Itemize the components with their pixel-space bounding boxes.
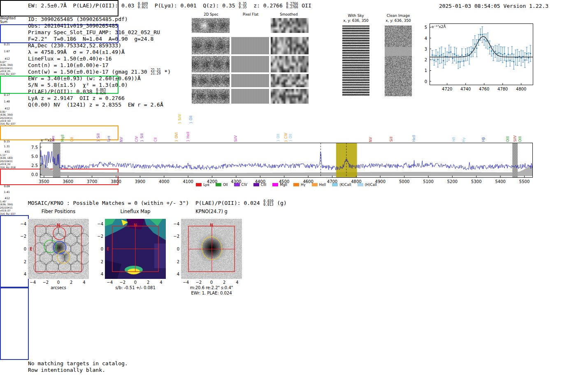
zoom-y-tick-label: 4	[420, 36, 427, 40]
spectrum-y-tick-label: 5.0	[29, 154, 38, 158]
sky-panel-subtitle: x, y: 636, 350	[343, 19, 369, 23]
cutout-x-tick-label: −4	[30, 280, 36, 285]
cutout-y-tick-label: 2	[94, 259, 103, 264]
zoom-y-tick-label: 3	[420, 46, 427, 51]
emission-line-label: } CIV	[284, 133, 288, 142]
spec2d-left-labels: 0.091.41412	[0, 185, 10, 200]
spec2d-left-label: 0.17	[4, 94, 10, 97]
legend-swatch	[196, 183, 202, 186]
zoom-x-tick-label: 4720	[442, 87, 452, 91]
stacked-fraction: 0.27660.2766	[286, 2, 298, 9]
zoom-units-annotation: e⁻¹⁷x2Å	[432, 25, 446, 29]
spectrum-legend: LyαOIICIVCIIIMgIIHγHeII(K)CaII(H)CaII	[40, 183, 533, 187]
text-segment: Obs: 20210411v019_3090265485	[28, 23, 118, 29]
legend-swatch	[234, 183, 240, 186]
cutout-y-tick-label: −2	[94, 234, 103, 239]
emission-line-label: NV	[369, 137, 373, 142]
legend-item: OII	[216, 183, 228, 187]
cutout-x-tick-label: 0	[210, 280, 213, 285]
info-line: Primary Spec_Slot_IFU_AMP: 316_022_052_R…	[28, 29, 160, 36]
emission-line-label: MgII	[60, 135, 65, 142]
text-segment: EWr = 3.40(±0.93) (w: 2.60(±0.69))Å	[28, 75, 141, 81]
spec2d-right-label: v019_07	[0, 209, 576, 212]
sky-panel-title: Clean Image	[387, 14, 410, 18]
cutout-x-tick-label: −2	[119, 280, 125, 285]
cutout-x-tick-label: 4	[83, 280, 85, 285]
spec2d-right-label: 20210411	[0, 116, 576, 119]
elixer-detection-report: EW: 2.5±0.7Å P(LAE)/P(OII): 0.03 0.0490.…	[0, 0, 576, 392]
header-summary-line: EW: 2.5±0.7Å P(LAE)/P(OII): 0.03 0.0490.…	[28, 2, 311, 9]
spec2d-cell-pixelflat	[231, 74, 269, 87]
text-segment: EW: 2.5±0.7Å P(LAE)/P(OII): 0.03	[28, 2, 137, 9]
text-segment: z: 0.2766	[247, 2, 286, 9]
spec2d-right-label: 316_RU_037	[0, 122, 576, 125]
zoom-x-tick-label: 4740	[460, 87, 471, 91]
legend-label: CIV	[242, 183, 247, 187]
cutout-y-tick-label: 0	[17, 247, 26, 251]
legend-label: (H)CaII	[365, 183, 377, 187]
legend-swatch	[332, 183, 338, 186]
text-segment: MOSAIC/KPNO : Possible Matches = 0 (with…	[28, 200, 263, 206]
cutout-x-tick-label: −2	[42, 280, 49, 285]
cutout-y-tick-label: 0	[94, 247, 103, 251]
spec2d-cell-pixelflat	[231, 37, 269, 54]
cutout-image-kpno	[181, 219, 242, 279]
legend-label: HeII	[319, 183, 326, 187]
spectrum-y-tick-label: 2.5	[29, 163, 38, 167]
emission-line-label: } SiII	[140, 133, 144, 142]
emission-line-label: } SiIV	[178, 114, 182, 124]
legend-label: Lyα	[203, 183, 209, 187]
spec2d-left-labels: 0.171.48412	[0, 94, 10, 110]
cutout-y-tick-label: −2	[17, 234, 26, 239]
text-segment: ID: 3090265485 (3090265485.pdf)	[28, 16, 128, 22]
spec2d-left-label: 412	[5, 197, 10, 200]
header-datetime-version: 2025-01-03 08:54:05 Version 1.22.3	[439, 3, 548, 9]
emission-line-label: } SiII	[96, 133, 100, 142]
cutout-y-tick-label: 4	[17, 272, 26, 276]
spec2d-cell-smoothed	[271, 74, 309, 87]
legend-label: MgII	[280, 183, 287, 187]
spec2d-left-label: 1.48	[4, 100, 10, 103]
stacked-fraction: 0.350.35	[239, 2, 246, 9]
emission-line-label: NV	[119, 137, 123, 142]
text-segment: *)	[161, 69, 171, 75]
spec2d-right-label: v019_03	[0, 119, 576, 122]
spec2d-cell-pixelflat	[231, 18, 269, 33]
spec2d-left-label: 0.15	[4, 140, 10, 143]
spec2d-left-labels: 0.151.31431	[0, 140, 10, 153]
cutout-x-tick-label: −4	[107, 280, 113, 285]
cutout-y-tick-label: 2	[17, 259, 26, 264]
text-segment: LineFlux = 1.50(±0.40)e-16	[28, 56, 112, 62]
spec2d-left-label: 1.31	[4, 145, 10, 148]
spec2d-cell-smoothed	[271, 37, 309, 54]
sky-panel-frame	[0, 288, 29, 360]
emission-line-label: Hγ	[462, 137, 466, 142]
legend-item: Lyα	[196, 183, 209, 187]
text-segment: S/N = 5.8(±1.5) χ² = 1.3(±0.0)	[28, 82, 128, 88]
info-line: LineFlux = 1.50(±0.40)e-16	[28, 56, 112, 62]
emission-line-label: SiII	[389, 137, 393, 142]
cutout-x-tick-label: 2	[147, 280, 149, 285]
cutout-x-tick-label: 0	[134, 280, 137, 285]
legend-swatch	[216, 183, 221, 186]
spec2d-left-label: 0.21	[4, 43, 10, 46]
text-segment: P(Lyα): 0.001 Q(z): 0.35	[148, 2, 238, 9]
legend-item: (K)CaII	[332, 183, 351, 187]
spec2d-cell-smoothed	[271, 89, 309, 104]
legend-label: Hγ	[301, 183, 305, 187]
spec2d-right-label: (636, 350)	[0, 113, 576, 116]
legend-item: CIV	[234, 183, 247, 187]
info-line: Cont(w) = 1.50(±0.01)e-17 (gmag 21.30 21…	[28, 69, 171, 76]
info-line: Obs: 20210411v019_3090265485	[28, 23, 118, 29]
zoom-x-tick-label: 4760	[479, 87, 489, 91]
spec2d-right-label: 0.81"	[0, 110, 576, 113]
mosaic-matches-line: MOSAIC/KPNO : Possible Matches = 0 (with…	[28, 200, 287, 207]
info-line: F=2.2" T=0.186 N=1.04 A=0.90 g=24.8	[28, 36, 153, 42]
spec2d-left-label: 1.41	[4, 191, 10, 194]
sky-panel-title: With Sky	[348, 14, 364, 18]
cutout-y-tick-label: −4	[17, 221, 26, 226]
spec2d-left-label: 0.09	[4, 185, 10, 188]
zoom-y-tick-label: 2	[420, 58, 427, 62]
info-line: EWr = 3.40(±0.93) (w: 2.60(±0.69))Å	[28, 75, 141, 82]
cutout-y-tick-label: −4	[170, 221, 179, 226]
